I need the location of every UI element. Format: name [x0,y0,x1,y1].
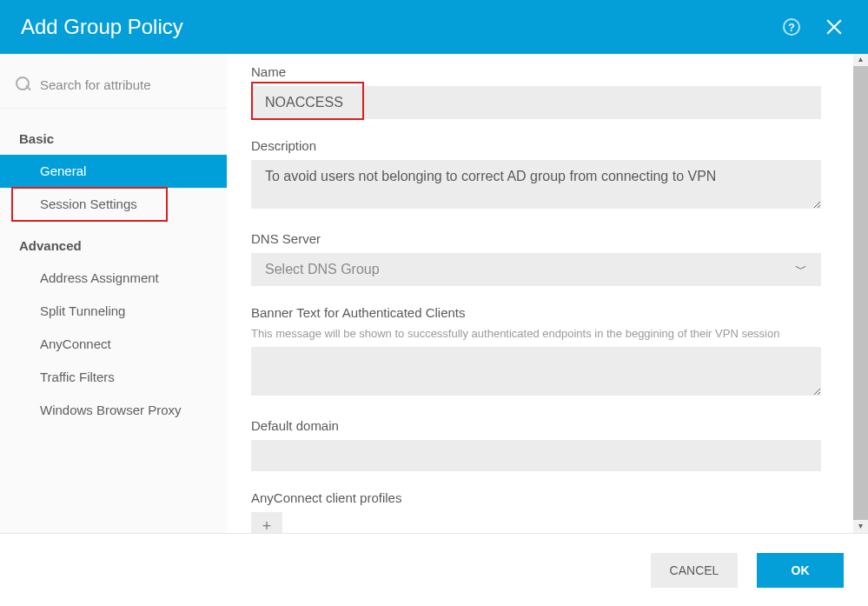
label-profiles: AnyConnect client profiles [251,490,821,505]
nav-item-general[interactable]: General [0,155,227,188]
nav-item-anyconnect[interactable]: AnyConnect [0,328,227,361]
input-name[interactable] [251,86,821,119]
dialog-header: Add Group Policy ? [0,0,868,54]
search-input[interactable] [40,77,211,92]
input-description[interactable]: To avoid users not belonging to correct … [251,160,821,209]
field-name: Name [251,64,821,119]
sidebar-nav: Basic General Session Settings Advanced … [0,109,227,441]
input-domain[interactable] [251,440,821,471]
sidebar: Basic General Session Settings Advanced … [0,54,227,533]
plus-icon: + [262,517,272,534]
nav-group-basic: Basic [0,123,227,155]
ok-button[interactable]: OK [757,553,844,588]
dialog-body: Basic General Session Settings Advanced … [0,54,868,533]
label-description: Description [251,138,821,153]
field-profiles: AnyConnect client profiles + [251,490,821,533]
input-banner[interactable] [251,347,821,396]
search-icon [16,77,31,92]
nav-item-address-assignment[interactable]: Address Assignment [0,262,227,295]
label-dns: DNS Server [251,231,821,246]
nav-item-split-tunneling[interactable]: Split Tunneling [0,295,227,328]
nav-item-windows-browser-proxy[interactable]: Windows Browser Proxy [0,394,227,427]
search-wrap [0,54,227,109]
cancel-button[interactable]: CANCEL [651,553,738,588]
dialog-footer: CANCEL OK [0,533,868,606]
close-icon[interactable] [825,17,844,37]
select-dns[interactable]: Select DNS Group ﹀ [251,253,821,286]
header-icon-group: ? [783,17,844,37]
dialog-title: Add Group Policy [21,15,183,39]
field-domain: Default domain [251,418,821,471]
help-icon[interactable]: ? [783,18,800,36]
add-profile-button[interactable]: + [251,512,282,533]
field-banner: Banner Text for Authenticated Clients Th… [251,305,821,399]
label-domain: Default domain [251,418,821,433]
scroll-thumb[interactable] [853,66,868,520]
nav-group-advanced: Advanced [0,230,227,262]
nav-item-session-settings[interactable]: Session Settings [12,188,167,221]
scroll-down-icon[interactable]: ▾ [853,521,868,533]
nav-item-traffic-filters[interactable]: Traffic Filters [0,361,227,394]
scroll-up-icon[interactable]: ▴ [853,54,868,66]
field-dns: DNS Server Select DNS Group ﹀ [251,231,821,286]
main-panel: Name Description To avoid users not belo… [227,54,852,533]
sub-banner: This message will be shown to successful… [251,327,821,340]
label-banner: Banner Text for Authenticated Clients [251,305,821,320]
field-description: Description To avoid users not belonging… [251,138,821,212]
chevron-down-icon: ﹀ [795,262,807,277]
select-dns-placeholder: Select DNS Group [265,262,380,277]
scrollbar[interactable]: ▴ ▾ [853,54,868,533]
main-wrap: Name Description To avoid users not belo… [227,54,868,533]
label-name: Name [251,64,821,79]
